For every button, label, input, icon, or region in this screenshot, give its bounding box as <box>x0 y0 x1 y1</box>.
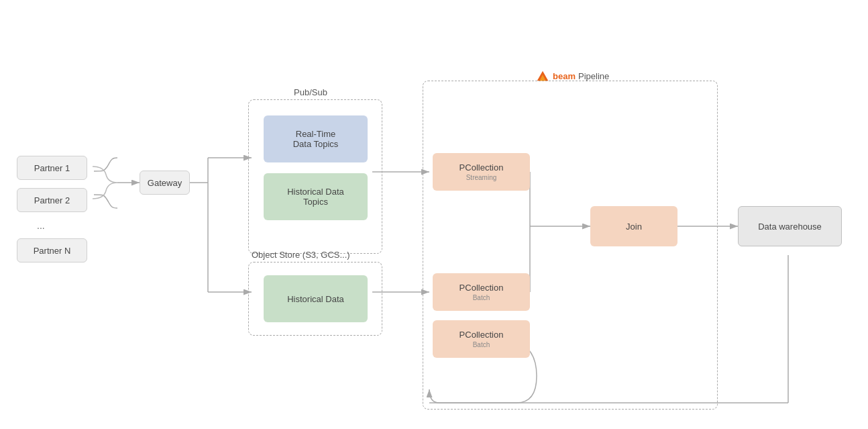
pcollection-batch2-label: PCollection <box>459 330 504 340</box>
join-box: Join <box>590 206 677 246</box>
ellipsis-label: ... <box>37 220 45 231</box>
datawarehouse-box: Data warehouse <box>738 206 842 246</box>
join-label: Join <box>626 222 642 232</box>
objectstore-label: Object Store (S3, GCS...) <box>252 250 350 260</box>
realtime-topics-label: Real-TimeData Topics <box>293 129 339 149</box>
historical-topics-label: Historical DataTopics <box>287 187 344 207</box>
partnerN-box: Partner N <box>17 238 87 263</box>
pcollection-batch1-label: PCollection <box>459 283 504 293</box>
beam-icon <box>535 68 550 83</box>
gateway-box: Gateway <box>140 171 190 195</box>
pubsub-label: Pub/Sub <box>294 87 327 97</box>
streaming-sub-label: Streaming <box>466 174 497 181</box>
beam-text: beam <box>553 71 576 81</box>
realtime-topics-box: Real-TimeData Topics <box>264 115 368 162</box>
diagram-container: Partner 1 Partner 2 ... Partner N Gatewa… <box>0 0 868 429</box>
partnerN-label: Partner N <box>34 246 71 256</box>
beam-logo-area: beam Pipeline <box>535 68 609 83</box>
pcollection-streaming-label: PCollection <box>459 162 504 173</box>
pcollection-streaming-box: PCollection Streaming <box>433 153 530 191</box>
historical-data-box: Historical Data <box>264 275 368 322</box>
partner2-box: Partner 2 <box>17 188 87 212</box>
datawarehouse-label: Data warehouse <box>758 222 822 232</box>
pipeline-label: Pipeline <box>578 71 609 81</box>
partner2-label: Partner 2 <box>34 195 70 205</box>
batch2-sub-label: Batch <box>473 341 490 348</box>
historical-topics-box: Historical DataTopics <box>264 173 368 220</box>
pcollection-batch2-box: PCollection Batch <box>433 320 530 358</box>
batch1-sub-label: Batch <box>473 294 490 301</box>
partner1-label: Partner 1 <box>34 163 70 173</box>
historical-data-label: Historical Data <box>287 294 344 304</box>
partner1-box: Partner 1 <box>17 156 87 180</box>
pcollection-batch1-box: PCollection Batch <box>433 273 530 311</box>
gateway-label: Gateway <box>148 178 182 188</box>
